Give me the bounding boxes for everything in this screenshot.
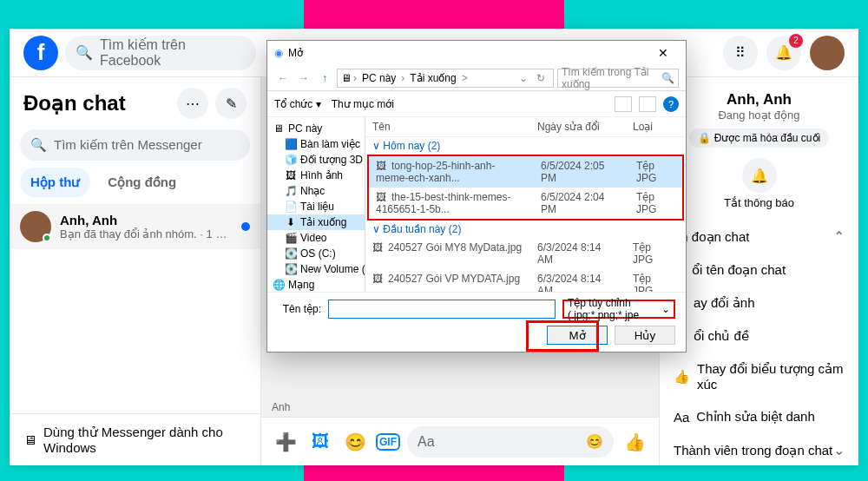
tree-item[interactable]: 📄Tài liệu <box>267 199 365 214</box>
theme-row[interactable]: ⭘ổi chủ đề <box>670 320 848 353</box>
apps-button[interactable]: ⠿ <box>723 36 758 70</box>
dialog-title: Mở <box>288 47 303 59</box>
emoji-icon[interactable]: 😊 <box>586 433 603 450</box>
encryption-badge[interactable]: 🔒 Được mã hóa đầu cuối <box>689 128 829 148</box>
dialog-search[interactable]: Tìm kiếm trong Tải xuống 🔍 <box>557 69 679 88</box>
tree-item[interactable]: 🧊Đối tượng 3D <box>267 152 365 168</box>
breadcrumb[interactable]: 🖥 › PC này › Tải xuống > ⌄ ↻ <box>337 69 554 88</box>
sidebar-search[interactable]: 🔍 Tìm kiếm trên Messenger <box>20 129 250 161</box>
folder-icon: 🎬 <box>285 232 297 244</box>
online-indicator <box>43 234 51 242</box>
col-date[interactable]: Ngày sửa đổi <box>530 117 626 136</box>
chrome-icon: ◉ <box>274 47 283 59</box>
message-input[interactable]: Aa😊 <box>407 426 614 458</box>
tree-item[interactable]: 🎵Nhạc <box>267 183 365 199</box>
filename-input[interactable] <box>328 300 556 319</box>
add-button[interactable]: ➕ <box>272 428 299 456</box>
file-type-select[interactable]: Tệp tùy chỉnh (.jpg;*.png;*.jpe⌄ <box>562 300 675 319</box>
sidebar-search-placeholder: Tìm kiếm trên Messenger <box>54 137 202 153</box>
tree-item[interactable]: 💽OS (C:) <box>267 246 365 261</box>
dialog-search-placeholder: Tìm kiếm trong Tải xuống <box>562 66 658 90</box>
tree-item[interactable]: 🎬Video <box>267 230 365 246</box>
thumb-icon: 👍 <box>674 369 690 385</box>
breadcrumb-item[interactable]: Tải xuống <box>406 72 459 84</box>
mute-label: Tắt thông báo <box>724 196 794 209</box>
profile-avatar[interactable] <box>810 36 845 70</box>
cancel-button[interactable]: Hủy <box>615 326 675 345</box>
laptop-icon: 🖥 <box>23 432 36 447</box>
tab-community[interactable]: Cộng đồng <box>97 168 187 197</box>
search-icon: 🔍 <box>76 44 93 61</box>
file-row[interactable]: 🖼tong-hop-25-hinh-anh-meme-ech-xanh...6/… <box>369 156 682 188</box>
chat-list-item[interactable]: Anh, Anh Bạn đã thay đổi ảnh nhóm. · 1 p… <box>10 204 260 249</box>
tab-inbox[interactable]: Hộp thư <box>20 168 90 197</box>
sidebar-footer[interactable]: 🖥 Dùng thử Messenger dành cho Windows <box>10 413 260 465</box>
view-button[interactable] <box>615 96 632 112</box>
preview-button[interactable] <box>639 96 656 112</box>
compose-bar: ➕ 🖼 😊 GIF Aa😊 👍 <box>261 417 659 465</box>
chevron-down-icon: ⌄ <box>833 442 845 458</box>
attach-image-button[interactable]: 🖼 <box>306 428 334 456</box>
pc-icon: 🖥 <box>341 72 352 84</box>
notifications-button[interactable]: 🔔2 <box>766 36 801 70</box>
file-list: TênNgày sửa đổiLoại∨ Hôm nay (2)🖼tong-ho… <box>365 117 686 292</box>
global-search[interactable]: 🔍 Tìm kiếm trên Facebook <box>65 36 256 70</box>
file-group[interactable]: ∨ Đầu tuần này (2) <box>365 221 686 238</box>
file-open-dialog: ◉ Mở ✕ ← → ↑ 🖥 › PC này › Tải xuống > ⌄ … <box>266 40 687 353</box>
compose-button[interactable]: ✎ <box>215 88 247 119</box>
mute-button[interactable]: 🔔 <box>742 158 777 193</box>
close-button[interactable]: ✕ <box>648 46 679 60</box>
change-photo-row[interactable]: 🖼ay đổi ảnh <box>670 287 848 320</box>
folder-icon: 🌐 <box>273 279 285 291</box>
sidebar-title: Đoạn chat <box>23 91 126 115</box>
info-row[interactable]: hh đoạn chat⌃ <box>670 220 848 254</box>
forward-button[interactable]: → <box>295 69 312 87</box>
right-panel: Anh, Anh Đang hoạt động 🔒 Được mã hóa đầ… <box>659 77 858 465</box>
back-button[interactable]: ← <box>274 69 292 87</box>
chat-name: Anh, Anh <box>60 213 233 227</box>
file-row[interactable]: 🖼the-15-best-think-memes-4165651-1-5b...… <box>369 188 682 219</box>
folder-icon: 💽 <box>285 263 297 275</box>
folder-icon: 🎵 <box>285 185 297 197</box>
sidebar-footer-label: Dùng thử Messenger dành cho Windows <box>43 425 247 455</box>
tree-item[interactable]: 🖥PC này <box>267 121 365 136</box>
facebook-logo[interactable]: f <box>23 36 58 70</box>
like-button[interactable]: 👍 <box>621 428 648 456</box>
sticker-button[interactable]: 😊 <box>341 428 369 456</box>
folder-icon: 💽 <box>285 247 297 260</box>
open-button[interactable]: Mở <box>547 326 608 345</box>
file-icon: 🖼 <box>372 273 385 285</box>
col-name[interactable]: Tên <box>365 117 530 136</box>
sender-label: Anh <box>272 401 290 413</box>
tree-item[interactable]: 🌐Mạng <box>267 277 365 292</box>
folder-icon: 🧊 <box>285 154 297 166</box>
organize-button[interactable]: Tổ chức ▾ <box>274 98 321 110</box>
col-type[interactable]: Loại <box>626 117 678 136</box>
members-row[interactable]: Thành viên trong đoạn chat⌄ <box>670 433 848 465</box>
gif-button[interactable]: GIF <box>376 433 400 451</box>
file-group[interactable]: ∨ Hôm nay (2) <box>365 137 686 155</box>
nickname-row[interactable]: AaChỉnh sửa biệt danh <box>670 400 848 433</box>
breadcrumb-item[interactable]: PC này <box>358 72 399 84</box>
up-button[interactable]: ↑ <box>316 69 333 87</box>
search-icon: 🔍 <box>661 72 674 84</box>
aa-icon: Aa <box>674 410 689 425</box>
tree-item[interactable]: 🟦Bàn làm việc <box>267 136 365 152</box>
help-button[interactable]: ? <box>663 96 679 112</box>
refresh-button[interactable]: ↻ <box>532 69 549 87</box>
file-row[interactable]: 🖼240527 Gói VP MYDATA.jpg6/3/2024 8:14 A… <box>365 269 686 292</box>
rename-row[interactable]: ✎ổi tên đoạn chat <box>670 254 848 287</box>
more-button[interactable]: ⋯ <box>177 88 208 119</box>
folder-icon: ⬇ <box>285 216 297 228</box>
dropdown-icon[interactable]: ⌄ <box>515 69 532 87</box>
tree-item[interactable]: ⬇Tải xuống <box>267 214 365 230</box>
chevron-up-icon: ⌃ <box>833 228 845 245</box>
new-folder-button[interactable]: Thư mục mới <box>332 98 394 110</box>
tree-item[interactable]: 🖼Hình ảnh <box>267 168 365 183</box>
search-placeholder: Tìm kiếm trên Facebook <box>100 36 246 69</box>
file-icon: 🖼 <box>376 191 388 203</box>
folder-icon: 🖼 <box>285 169 297 181</box>
file-row[interactable]: 🖼240527 Gói MY8 MyData.jpg6/3/2024 8:14 … <box>365 238 686 269</box>
emoji-row[interactable]: 👍Thay đổi biểu tượng cảm xúc <box>670 353 848 400</box>
tree-item[interactable]: 💽New Volume (D: <box>267 261 365 277</box>
